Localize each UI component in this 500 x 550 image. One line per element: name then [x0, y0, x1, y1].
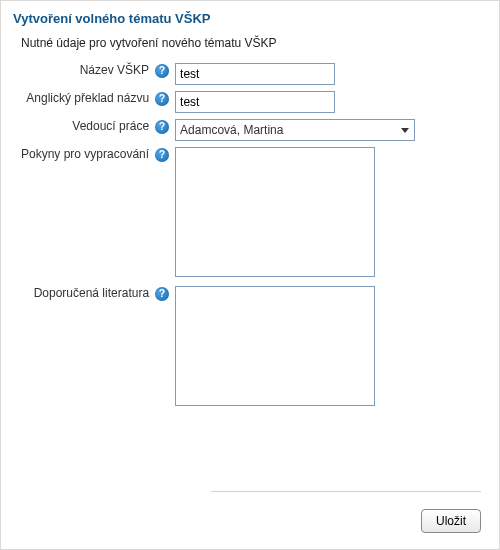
instructions-textarea[interactable]	[175, 147, 375, 277]
help-icon[interactable]: ?	[155, 120, 169, 134]
literature-textarea[interactable]	[175, 286, 375, 406]
thesis-name-input[interactable]	[175, 63, 335, 85]
label-instructions: Pokyny pro vypracování	[21, 147, 149, 161]
footer-separator	[211, 491, 481, 493]
create-thesis-topic-panel: Vytvoření volného tématu VŠKP Nutné údaj…	[0, 0, 500, 550]
form-table: Název VŠKP ? Anglický překlad názvu ? Ve…	[19, 60, 417, 412]
help-icon[interactable]: ?	[155, 92, 169, 106]
supervisor-selected-value: Adamcová, Martina	[176, 123, 396, 137]
panel-title: Vytvoření volného tématu VŠKP	[1, 1, 499, 32]
label-thesis-name: Název VŠKP	[80, 63, 149, 77]
help-icon[interactable]: ?	[155, 287, 169, 301]
chevron-down-icon	[401, 128, 409, 133]
label-english-title: Anglický překlad názvu	[26, 91, 149, 105]
english-title-input[interactable]	[175, 91, 335, 113]
help-icon[interactable]: ?	[155, 64, 169, 78]
supervisor-combobox[interactable]: Adamcová, Martina	[175, 119, 415, 141]
save-button[interactable]: Uložit	[421, 509, 481, 533]
help-icon[interactable]: ?	[155, 148, 169, 162]
combobox-toggle-button[interactable]	[396, 120, 414, 140]
panel-subtitle: Nutné údaje pro vytvoření nového tématu …	[1, 32, 499, 60]
label-literature: Doporučená literatura	[34, 286, 149, 300]
label-supervisor: Vedoucí práce	[72, 119, 149, 133]
